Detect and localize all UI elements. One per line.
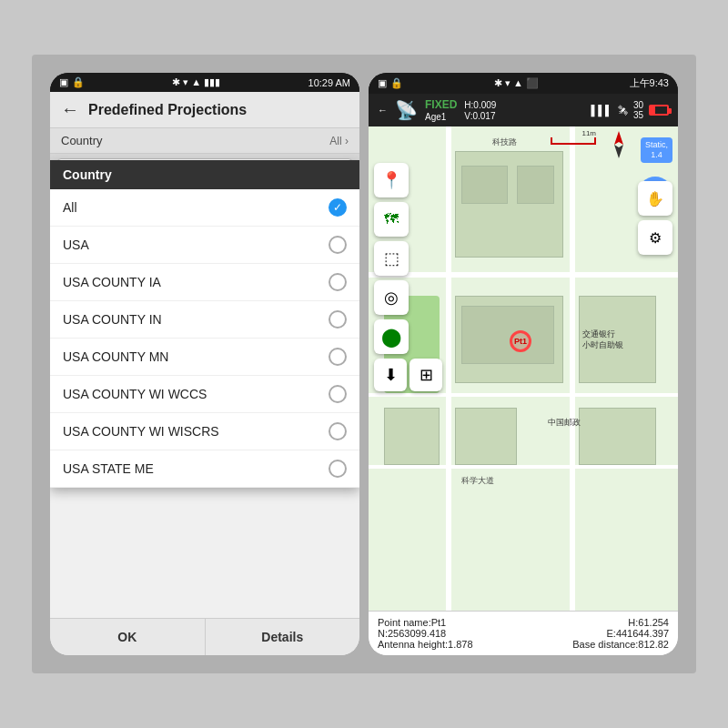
- settings-button[interactable]: ⚙: [638, 220, 672, 255]
- location-button[interactable]: 📍: [374, 163, 409, 197]
- right-phone: ▣ 🔒 ✱ ▾ ▲ ⬛ 上午9:43 ← 📡 FIXED Age1 H:0.00: [369, 73, 678, 655]
- signal-icon: ▲: [191, 76, 201, 87]
- map-buttons-left: 📍 🗺 ⬚ ◎ ⬤ ⬇: [374, 163, 442, 391]
- screen-icon-r: ▣: [378, 77, 387, 89]
- dropdown-item-all[interactable]: All ✓: [50, 189, 359, 227]
- screen-icon: ▣: [59, 76, 68, 88]
- signal-icon-r: ▲: [513, 77, 523, 88]
- building-sub2: [517, 166, 554, 205]
- battery-icon-left: ▮▮▮: [204, 76, 220, 87]
- dropdown-item-usa-state-me[interactable]: USA STATE ME: [50, 450, 359, 488]
- gps-bar: ← 📡 FIXED Age1 H:0.009 V:0.017 ▌▌▌ 🛰 30 …: [369, 94, 678, 126]
- gps-info: FIXED Age1: [425, 98, 457, 122]
- map-type-button[interactable]: 🗺: [374, 202, 409, 237]
- map-buttons-right: ✋ ⚙: [638, 181, 672, 255]
- static-badge: Static,1.4: [641, 137, 672, 163]
- filter-row[interactable]: Country All ›: [50, 128, 359, 154]
- back-button[interactable]: ←: [61, 99, 79, 120]
- left-phone: ▣ 🔒 ✱ ▾ ▲ ▮▮▮ 10:29 AM ← Predefined Proj…: [50, 73, 359, 655]
- touch-icon: ✋: [646, 190, 664, 207]
- satellite-icon: 🛰: [618, 105, 628, 116]
- bottom-buttons: OK Details: [50, 618, 359, 655]
- dropdown-item-usa-county-wi-wiscrs[interactable]: USA COUNTY WI WISCRS: [50, 413, 359, 450]
- radio-all: ✓: [329, 198, 347, 217]
- signal-nums: 30 35: [633, 100, 643, 120]
- time-right: 上午9:43: [630, 76, 669, 90]
- dropdown-item-label: USA COUNTY WI WISCRS: [63, 424, 219, 439]
- dropdown-item-label: USA COUNTY IA: [63, 275, 161, 289]
- dropdown-item-usa-county-in[interactable]: USA COUNTY IN: [50, 301, 359, 339]
- status-bar-right: ▣ 🔒 ✱ ▾ ▲ ⬛ 上午9:43: [369, 73, 678, 94]
- n-info: N:2563099.418: [378, 628, 446, 639]
- dropdown-item-usa-county-ia[interactable]: USA COUNTY IA: [50, 264, 359, 301]
- dropdown-header: Country: [50, 160, 359, 189]
- country-dropdown: Country All ✓ USA USA COUNTY IA USA COUN: [50, 160, 359, 488]
- lock-icon-r: 🔒: [390, 77, 403, 89]
- antenna-info: Antenna height:1.878: [378, 639, 473, 650]
- map-area[interactable]: 科技路 科学大道 交通银行小时自助银 中国邮政 11m Static,1.4: [369, 126, 678, 611]
- base-info: Base distance:812.82: [572, 639, 669, 650]
- layers-icon: ⊞: [420, 365, 433, 385]
- target-icon: ◎: [384, 288, 399, 308]
- filter-label: Country: [61, 134, 103, 147]
- layers-button[interactable]: ⊞: [410, 359, 442, 391]
- top-bar: ← Predefined Projections: [50, 92, 359, 128]
- radio-usa-county-wi-wiscrs: [329, 422, 347, 440]
- road-horizontal-2: [369, 393, 678, 397]
- bluetooth-icon: ✱: [172, 76, 180, 87]
- dropdown-item-label: USA COUNTY MN: [63, 349, 168, 364]
- wifi-icon-r: ▾: [505, 77, 511, 88]
- info-row-2: N:2563099.418 E:441644.397: [378, 628, 669, 639]
- wifi-icon: ▾: [183, 76, 188, 87]
- status-icons-right: ▣ 🔒: [378, 77, 403, 89]
- frame-button[interactable]: ⬚: [374, 241, 409, 276]
- info-panel: Point name:Pt1 H:61.254 N:2563099.418 E:…: [369, 611, 678, 655]
- signal-bars: ▌▌▌: [591, 105, 612, 116]
- location-icon: 📍: [381, 170, 401, 190]
- battery-right: [649, 105, 669, 116]
- map-label-bank: 交通银行小时自助银: [582, 329, 623, 350]
- dropdown-item-usa[interactable]: USA: [50, 227, 359, 264]
- settings-icon: ⚙: [649, 229, 662, 247]
- gps-hv: H:0.009 V:0.017: [464, 100, 496, 121]
- point-name: Point name:Pt1: [378, 617, 446, 628]
- screen-title: Predefined Projections: [88, 102, 247, 118]
- back-arrow-right[interactable]: ←: [378, 105, 388, 116]
- target-button[interactable]: ◎: [374, 280, 409, 315]
- record-button[interactable]: ⬤: [374, 319, 409, 354]
- details-button[interactable]: Details: [206, 619, 360, 655]
- road-vertical-2: [570, 126, 575, 611]
- radio-usa-state-me: [329, 460, 347, 478]
- antenna-icon: 📡: [395, 99, 418, 121]
- gps-status: FIXED: [425, 98, 457, 111]
- map-label-top: 科技路: [492, 136, 517, 148]
- radio-usa-county-wi-wccs: [329, 385, 347, 403]
- status-center-r: ✱ ▾ ▲ ⬛: [494, 77, 539, 89]
- building-sub1: [461, 166, 508, 205]
- building-mid-inner: [461, 306, 554, 364]
- scale-bar: [551, 137, 596, 145]
- gps-right: ▌▌▌ 🛰 30 35: [591, 100, 669, 120]
- dropdown-item-label: USA COUNTY WI WCCS: [63, 387, 207, 401]
- expand-button[interactable]: ⬇: [374, 359, 407, 391]
- dropdown-item-usa-county-mn[interactable]: USA COUNTY MN: [50, 339, 359, 376]
- screen-right: ← 📡 FIXED Age1 H:0.009 V:0.017 ▌▌▌ 🛰 30 …: [369, 94, 678, 655]
- dropdown-item-usa-county-wi-wccs[interactable]: USA COUNTY WI WCCS: [50, 376, 359, 413]
- building-br: [579, 408, 656, 466]
- radio-usa: [329, 236, 347, 254]
- scale-label: 11m: [581, 129, 596, 137]
- lock-icon: 🔒: [72, 76, 85, 88]
- filter-value: All ›: [329, 135, 349, 147]
- chevron-icon: ›: [345, 135, 349, 147]
- e-info: E:441644.397: [606, 628, 669, 639]
- building-bl: [384, 408, 440, 466]
- svg-marker-0: [614, 131, 623, 145]
- ok-button[interactable]: OK: [50, 619, 206, 655]
- map-label-road: 科学大道: [461, 475, 494, 487]
- battery-r: ⬛: [526, 77, 539, 88]
- dropdown-item-label: All: [63, 200, 77, 215]
- touch-button[interactable]: ✋: [638, 181, 672, 216]
- map-label-post: 中国邮政: [548, 417, 581, 429]
- frame-icon: ⬚: [384, 248, 399, 268]
- screen-left: ← Predefined Projections Country All › N…: [50, 92, 359, 655]
